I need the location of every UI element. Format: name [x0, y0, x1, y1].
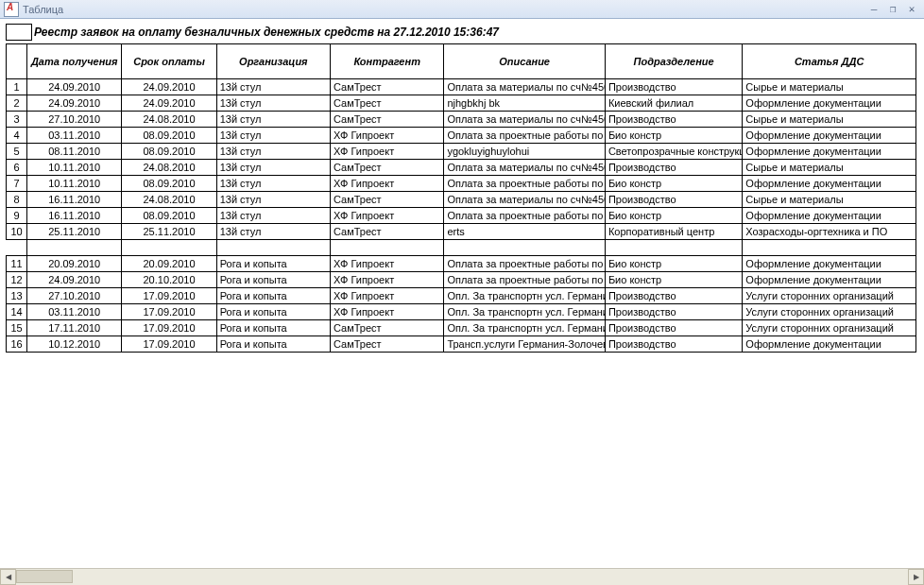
- cell-srok: 20.09.2010: [122, 256, 216, 272]
- maximize-button[interactable]: ❐: [884, 3, 901, 16]
- cell-rownum: 11: [7, 256, 27, 272]
- cell-desc: Оплата за проектные работы по д: [444, 128, 606, 144]
- scroll-thumb[interactable]: [16, 570, 73, 583]
- titlebar: Таблица — ❐ ✕: [0, 0, 924, 19]
- cell-srok: 25.11.2010: [122, 224, 216, 240]
- cell-rownum: 16: [7, 336, 27, 353]
- cell-podr: Био констр: [605, 256, 742, 272]
- cell-podr: Производство: [605, 288, 742, 304]
- cell-rownum: 5: [7, 144, 27, 160]
- table-row[interactable]: 1120.09.201020.09.2010Рога и копытаХФ Ги…: [7, 256, 916, 272]
- cell-desc: Опл. За транспортн усл. Германи: [444, 288, 606, 304]
- cell-org: 13й стул: [216, 95, 330, 112]
- cell-dds: Сырье и материалы: [743, 160, 916, 176]
- cell-dds: Оформление документации: [743, 95, 916, 112]
- table-row[interactable]: 403.11.201008.09.201013й стулХФ Гипроект…: [7, 128, 916, 144]
- content-area: Реестр заявок на оплату безналичных дене…: [0, 19, 924, 568]
- table-row[interactable]: 1224.09.201020.10.2010Рога и копытаХФ Ги…: [7, 272, 916, 288]
- cell-date: 24.09.2010: [27, 79, 122, 95]
- cell-dds: Хозрасходы-оргтехника и ПО: [743, 224, 916, 240]
- cell-desc: Оплата за материалы по сч№456: [444, 112, 606, 128]
- cell-rownum: 7: [7, 176, 27, 192]
- table-row[interactable]: 327.10.201024.08.201013й стулСамТрестОпл…: [7, 112, 916, 128]
- scroll-left-button[interactable]: ◀: [0, 569, 16, 585]
- app-icon: [4, 2, 19, 17]
- header-podr: Подразделение: [605, 44, 742, 79]
- cell-srok: 24.09.2010: [122, 79, 216, 95]
- table-row[interactable]: 816.11.201024.08.201013й стулСамТрестОпл…: [7, 192, 916, 208]
- cell-srok: 08.09.2010: [122, 208, 216, 224]
- header-date: Дата получения: [27, 44, 122, 79]
- cell-org: Рога и копыта: [216, 304, 330, 320]
- cell-podr: Производство: [605, 336, 742, 353]
- cell-desc: Оплата за материалы по сч№456: [444, 79, 606, 95]
- cell-desc: Оплата за проектные работы по д: [444, 176, 606, 192]
- cell-kontr: СамТрест: [331, 95, 444, 112]
- cell-kontr: ХФ Гипроект: [331, 304, 444, 320]
- cell-kontr: СамТрест: [331, 320, 444, 336]
- cell-date: 03.11.2010: [27, 304, 122, 320]
- table-header-row: Дата получения Срок оплаты Организация К…: [7, 44, 916, 79]
- minimize-button[interactable]: —: [865, 3, 882, 16]
- close-button[interactable]: ✕: [903, 3, 920, 16]
- cell-desc: Опл. За транспортн усл. Германи: [444, 304, 606, 320]
- header-rownum: [7, 44, 27, 79]
- cell-srok: 24.08.2010: [122, 112, 216, 128]
- cell-desc: Оплата за материалы по сч№456: [444, 160, 606, 176]
- table-row[interactable]: 508.11.201008.09.201013й стулХФ Гипроект…: [7, 144, 916, 160]
- cell-org: 13й стул: [216, 128, 330, 144]
- scroll-right-button[interactable]: ▶: [908, 569, 924, 585]
- cell-srok: 17.09.2010: [122, 288, 216, 304]
- cell-org: Рога и копыта: [216, 256, 330, 272]
- horizontal-scrollbar[interactable]: ◀ ▶: [0, 568, 924, 585]
- cell-kontr: СамТрест: [331, 336, 444, 353]
- cell-rownum: 6: [7, 160, 27, 176]
- cell-podr: Производство: [605, 160, 742, 176]
- cell-rownum: 9: [7, 208, 27, 224]
- cell-podr: Био констр: [605, 208, 742, 224]
- cell-rownum: 15: [7, 320, 27, 336]
- cell-date: 25.11.2010: [27, 224, 122, 240]
- cell-date: 24.09.2010: [27, 272, 122, 288]
- cell-date: 27.10.2010: [27, 288, 122, 304]
- cell-kontr: СамТрест: [331, 112, 444, 128]
- cell-desc: Опл. За транспортн усл. Германи: [444, 320, 606, 336]
- cell-desc: erts: [444, 224, 606, 240]
- cell-kontr: СамТрест: [331, 160, 444, 176]
- cell-org: 13й стул: [216, 112, 330, 128]
- cell-date: 08.11.2010: [27, 144, 122, 160]
- cell-rownum: 13: [7, 288, 27, 304]
- cell-date: 10.11.2010: [27, 176, 122, 192]
- cell-org: 13й стул: [216, 224, 330, 240]
- header-srok: Срок оплаты: [122, 44, 216, 79]
- cell-dds: Сырье и материалы: [743, 112, 916, 128]
- table-row[interactable]: 1610.12.201017.09.2010Рога и копытаСамТр…: [7, 336, 916, 353]
- cell-dds: Оформление документации: [743, 144, 916, 160]
- table-row[interactable]: 1517.11.201017.09.2010Рога и копытаСамТр…: [7, 320, 916, 336]
- table-row[interactable]: 124.09.201024.09.201013й стулСамТрестОпл…: [7, 79, 916, 95]
- cell-dds: Услуги сторонних организаций: [743, 288, 916, 304]
- cell-desc: Оплата за проектные работы по д: [444, 256, 606, 272]
- cell-org: 13й стул: [216, 208, 330, 224]
- table-row[interactable]: 710.11.201008.09.201013й стулХФ Гипроект…: [7, 176, 916, 192]
- report-table: Дата получения Срок оплаты Организация К…: [6, 43, 916, 353]
- cell-rownum: 2: [7, 95, 27, 112]
- cell-org: 13й стул: [216, 79, 330, 95]
- table-row[interactable]: 916.11.201008.09.201013й стулХФ Гипроект…: [7, 208, 916, 224]
- cell-rownum: 4: [7, 128, 27, 144]
- cell-dds: Сырье и материалы: [743, 79, 916, 95]
- table-body: 124.09.201024.09.201013й стулСамТрестОпл…: [7, 79, 916, 353]
- cell-kontr: ХФ Гипроект: [331, 176, 444, 192]
- cell-org: 13й стул: [216, 192, 330, 208]
- table-row[interactable]: 224.09.201024.09.201013й стулСамТрестnjh…: [7, 95, 916, 112]
- scroll-track[interactable]: [16, 569, 908, 585]
- cell-podr: Био констр: [605, 176, 742, 192]
- table-row[interactable]: 610.11.201024.08.201013й стулСамТрестОпл…: [7, 160, 916, 176]
- cell-org: Рога и копыта: [216, 320, 330, 336]
- table-row[interactable]: 1327.10.201017.09.2010Рога и копытаХФ Ги…: [7, 288, 916, 304]
- cell-kontr: ХФ Гипроект: [331, 144, 444, 160]
- table-row[interactable]: 1025.11.201025.11.201013й стулСамТрестer…: [7, 224, 916, 240]
- group-separator: [7, 240, 916, 256]
- cell-date: 16.11.2010: [27, 192, 122, 208]
- table-row[interactable]: 1403.11.201017.09.2010Рога и копытаХФ Ги…: [7, 304, 916, 320]
